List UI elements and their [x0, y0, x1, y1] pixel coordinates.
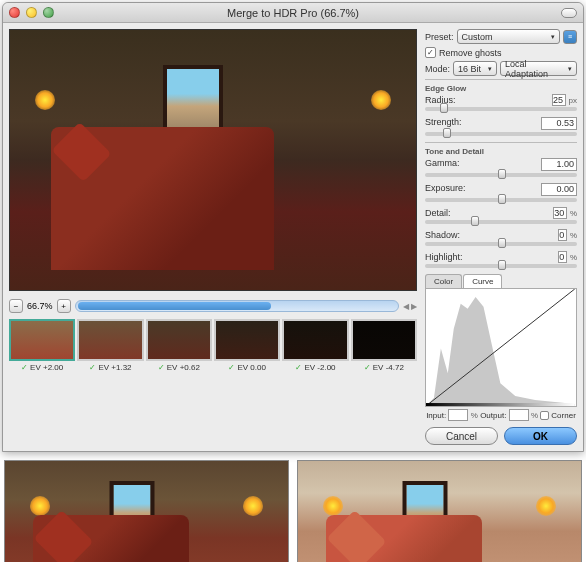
exposure-thumb[interactable]: ✓EV +1.32 — [77, 319, 143, 372]
shadow-label: Shadow: — [425, 230, 460, 240]
exposure-thumb[interactable]: ✓EV 0.00 — [214, 319, 280, 372]
settings-panel: Preset: Custom▾ ≡ ✓ Remove ghosts Mode: … — [423, 23, 583, 451]
curve-output-value[interactable] — [509, 409, 529, 421]
zoom-value: 66.7% — [27, 301, 53, 311]
result-image-before — [4, 460, 289, 562]
check-icon: ✓ — [21, 363, 28, 372]
result-image-after — [297, 460, 582, 562]
thumb-label: EV +2.00 — [30, 363, 63, 372]
mode-label: Mode: — [425, 64, 450, 74]
thumb-label: EV +1.32 — [98, 363, 131, 372]
remove-ghosts-checkbox[interactable]: ✓ — [425, 47, 436, 58]
shadow-slider[interactable] — [425, 242, 577, 246]
check-icon: ✓ — [89, 363, 96, 372]
gamma-label: Gamma: — [425, 158, 460, 171]
detail-label: Detail: — [425, 208, 451, 218]
strength-input[interactable]: 0.53 — [541, 117, 577, 130]
preset-label: Preset: — [425, 32, 454, 42]
thumb-label: EV -4.72 — [373, 363, 404, 372]
hdr-pro-window: Merge to HDR Pro (66.7%) − 66.7% + ◀ ▶ ✓… — [2, 2, 584, 452]
exposure-thumb[interactable]: ✓EV +0.62 — [146, 319, 212, 372]
curve-editor[interactable] — [425, 289, 577, 407]
tone-detail-title: Tone and Detail — [425, 147, 577, 156]
curve-output-label: Output: — [480, 411, 506, 420]
ok-button[interactable]: OK — [504, 427, 577, 445]
method-select[interactable]: Local Adaptation▾ — [500, 61, 577, 76]
exposure-strip: ✓EV +2.00 ✓EV +1.32 ✓EV +0.62 ✓EV 0.00 ✓… — [9, 319, 417, 372]
tab-color[interactable]: Color — [425, 274, 462, 288]
exposure-input[interactable]: 0.00 — [541, 183, 577, 196]
radius-slider[interactable] — [425, 107, 577, 111]
highlight-label: Highlight: — [425, 252, 463, 262]
shadow-input[interactable]: 0 — [558, 229, 567, 241]
exposure-thumb[interactable]: ✓EV +2.00 — [9, 319, 75, 372]
curve-input-value[interactable] — [448, 409, 468, 421]
zoom-out-button[interactable]: − — [9, 299, 23, 313]
check-icon: ✓ — [364, 363, 371, 372]
check-icon: ✓ — [295, 363, 302, 372]
titlebar[interactable]: Merge to HDR Pro (66.7%) — [3, 3, 583, 23]
edge-glow-title: Edge Glow — [425, 84, 577, 93]
preset-select[interactable]: Custom▾ — [457, 29, 560, 44]
radius-input[interactable]: 25 — [552, 94, 566, 106]
preview-image[interactable] — [9, 29, 417, 291]
mode-select[interactable]: 16 Bit▾ — [453, 61, 497, 76]
highlight-input[interactable]: 0 — [558, 251, 567, 263]
cancel-button[interactable]: Cancel — [425, 427, 498, 445]
result-comparison — [4, 460, 582, 562]
highlight-slider[interactable] — [425, 264, 577, 268]
svg-rect-1 — [426, 403, 575, 406]
corner-checkbox[interactable] — [540, 411, 549, 420]
preset-menu-button[interactable]: ≡ — [563, 30, 577, 44]
window-title: Merge to HDR Pro (66.7%) — [3, 7, 583, 19]
strength-slider[interactable] — [425, 132, 577, 136]
check-icon: ✓ — [228, 363, 235, 372]
exposure-slider[interactable] — [425, 198, 577, 202]
zoom-in-button[interactable]: + — [57, 299, 71, 313]
scroll-bar[interactable] — [75, 300, 399, 312]
gamma-input[interactable]: 1.00 — [541, 158, 577, 171]
curve-input-label: Input: — [426, 411, 446, 420]
exposure-thumb[interactable]: ✓EV -2.00 — [282, 319, 348, 372]
detail-input[interactable]: 30 — [553, 207, 567, 219]
tab-curve[interactable]: Curve — [463, 274, 502, 288]
detail-slider[interactable] — [425, 220, 577, 224]
thumb-label: EV +0.62 — [167, 363, 200, 372]
remove-ghosts-label: Remove ghosts — [439, 48, 502, 58]
exposure-thumb[interactable]: ✓EV -4.72 — [351, 319, 417, 372]
thumb-label: EV 0.00 — [237, 363, 265, 372]
thumb-label: EV -2.00 — [304, 363, 335, 372]
exposure-label: Exposure: — [425, 183, 466, 196]
check-icon: ✓ — [158, 363, 165, 372]
gamma-slider[interactable] — [425, 173, 577, 177]
corner-label: Corner — [551, 411, 575, 420]
